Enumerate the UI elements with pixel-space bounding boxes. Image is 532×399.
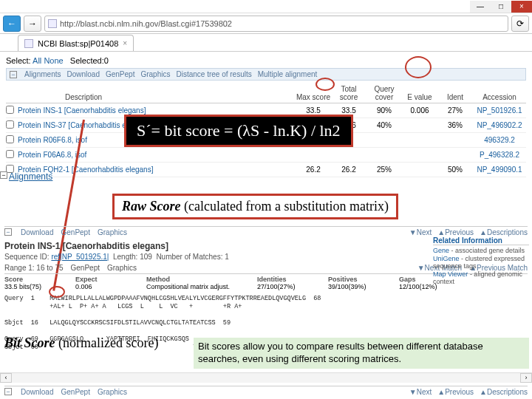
alignments-link[interactable]: Alignments [24, 70, 61, 78]
forward-button[interactable]: → [24, 16, 41, 32]
col-total-score: Total score [331, 85, 366, 101]
range-label: Range 1: 16 to 75 [4, 264, 64, 272]
col-ident: Ident [437, 93, 473, 101]
distance-tree-link[interactable]: Distance tree of results [176, 70, 251, 78]
select-all-link[interactable]: All [33, 56, 41, 65]
tab-close-button[interactable]: × [123, 39, 127, 47]
graphics-link[interactable]: Graphics [140, 70, 170, 78]
action-bar: − Alignments Download GenPept Graphics D… [6, 68, 526, 81]
method-header: Method [146, 276, 257, 283]
scroll-track[interactable] [12, 373, 520, 383]
row-ident: 27% [437, 106, 473, 115]
select-label: Select: [6, 56, 31, 65]
max-score-highlight-circle [316, 78, 335, 91]
range-genpept-link[interactable]: GenPept [71, 264, 100, 272]
detail-download-link[interactable]: Download [21, 228, 53, 236]
detail-descriptions-link[interactable]: ▲Descriptions [480, 228, 528, 236]
positives-header: Positives [328, 276, 399, 283]
raw-score-subtitle: (calculated from a substitution matrix) [184, 199, 389, 214]
row-checkbox[interactable] [6, 120, 14, 129]
refresh-button[interactable]: ⟳ [511, 16, 529, 32]
scroll-left-button[interactable]: ‹ [0, 373, 12, 383]
browser-navbar: ← → http://blast.ncbi.nlm.nih.gov/Blast.… [0, 13, 532, 34]
table-header: Description Max score Total score Query … [6, 82, 526, 103]
collapse-icon[interactable]: − [10, 71, 17, 78]
select-row: Select: All None Selected:0 [6, 56, 526, 65]
col-accession: Accession [473, 93, 526, 101]
row-accession-link[interactable]: NP_499090.1 [473, 166, 526, 174]
score-header: Score [4, 276, 75, 283]
row-total-score: 33.5 [331, 106, 366, 115]
bottom-genpept-link[interactable]: GenPept [61, 388, 89, 396]
range-graphics-link[interactable]: Graphics [107, 264, 137, 272]
seq-matches: Number of Matches: 1 [156, 253, 228, 261]
tab-title: NCBI Blast:sp|P01408 [38, 39, 118, 48]
detail-previous-link[interactable]: ▲Previous [437, 228, 474, 236]
row-accession-link[interactable]: P_496328.2 [473, 151, 526, 159]
genpept-link[interactable]: GenPept [106, 70, 134, 78]
raw-score-annotation: Raw Score (calculated from a substitutio… [112, 194, 398, 219]
row-description-link[interactable]: Protein F06A6.8, isof [18, 151, 296, 159]
e-value-highlight-circle [405, 56, 432, 78]
browser-tab[interactable]: NCBI Blast:sp|P01408 × [18, 35, 134, 51]
bottom-graphics-link[interactable]: Graphics [98, 388, 127, 396]
method-value: Compositional matrix adjust. [146, 283, 257, 290]
row-e-value: 0.006 [402, 106, 437, 115]
related-title: Related Information [433, 236, 529, 245]
positives-value: 39/100(39%) [328, 283, 399, 290]
alignments-header[interactable]: Alignments [9, 171, 52, 182]
row-checkbox[interactable] [6, 150, 14, 158]
related-gene-link[interactable]: Gene [433, 247, 449, 254]
row-query-cover: 25% [366, 166, 402, 174]
table-row: Protein FQH2-1 [Caenorhabditis elegans]2… [6, 163, 526, 177]
expect-value: 0.006 [75, 283, 146, 290]
select-none-link[interactable]: None [44, 56, 63, 65]
collapse-alignments-icon[interactable]: − [0, 171, 7, 179]
multiple-alignment-link[interactable]: Multiple alignment [258, 70, 318, 78]
bottom-previous-link[interactable]: ▲Previous [437, 388, 474, 396]
table-row: Protein F06A6.8, isofP_496328.2 [6, 148, 526, 163]
url-box[interactable]: http://blast.ncbi.nlm.nih.gov/Blast.cgi#… [44, 16, 508, 32]
bottom-collapse-icon[interactable]: − [4, 388, 12, 395]
row-checkbox[interactable] [6, 106, 14, 114]
row-ident: 50% [437, 166, 473, 174]
row-accession-link[interactable]: NP_496902.2 [473, 121, 526, 129]
row-max-score: 33.5 [296, 106, 331, 115]
bit-score-note: Bit scores allow you to compare results … [194, 338, 529, 369]
seqid-link[interactable]: ref|NP_501925.1| [51, 253, 109, 261]
tab-strip: NCBI Blast:sp|P01408 × [0, 34, 532, 52]
bit-score-annotation: Bit Score (normalized score) [4, 335, 158, 351]
back-button[interactable]: ← [3, 16, 21, 32]
row-description-link[interactable]: Protein INS-1 [Caenorhabditis elegans] [18, 106, 296, 115]
detail-genpept-link[interactable]: GenPept [61, 228, 89, 236]
bottom-download-link[interactable]: Download [21, 388, 53, 396]
window-maximize-button[interactable]: □ [491, 1, 511, 13]
window-close-button[interactable]: × [511, 1, 532, 13]
related-unigene-link[interactable]: UniGene [433, 255, 460, 262]
row-checkbox[interactable] [6, 135, 14, 143]
window-minimize-button[interactable]: — [470, 1, 491, 13]
detail-graphics-link[interactable]: Graphics [98, 228, 127, 236]
download-link[interactable]: Download [66, 70, 99, 78]
horizontal-scrollbar[interactable]: ‹ › [0, 372, 532, 383]
bottom-next-link[interactable]: ▼Next [409, 388, 432, 396]
bit-score-title: Bit Score [4, 335, 55, 350]
related-info-panel: Related Information Gene - associated ge… [433, 236, 529, 286]
row-accession-link[interactable]: 496329.2 [473, 136, 526, 144]
row-total-score: 26.2 [331, 166, 366, 174]
detail-collapse-icon[interactable]: − [4, 228, 12, 236]
scroll-right-button[interactable]: › [520, 373, 532, 383]
row-ident: 36% [437, 121, 473, 129]
related-map-link[interactable]: Map Viewer [433, 270, 468, 278]
bit-score-highlight-circle [49, 286, 65, 298]
row-description-link[interactable]: Protein FQH2-1 [Caenorhabditis elegans] [18, 166, 296, 174]
bottom-descriptions-link[interactable]: ▲Descriptions [480, 388, 528, 396]
page-icon [48, 19, 57, 28]
bottom-nav-bar: − Download GenPept Graphics ▼Next ▲Previ… [4, 386, 528, 396]
detail-next-link[interactable]: ▼Next [409, 228, 432, 236]
raw-score-title: Raw Score [122, 199, 181, 214]
row-accession-link[interactable]: NP_501926.1 [473, 106, 526, 115]
score-value: 33.5 bits(75) [4, 283, 75, 290]
col-e-value: E value [402, 93, 437, 101]
bit-score-subtitle: (normalized score) [58, 335, 158, 350]
